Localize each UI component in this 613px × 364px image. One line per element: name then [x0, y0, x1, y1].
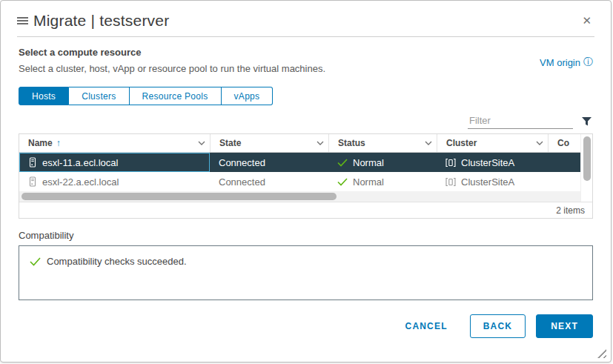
- dialog-title: Migrate | testserver: [33, 12, 169, 30]
- chevron-down-icon[interactable]: [425, 141, 432, 145]
- cluster-cell: ClusterSiteA: [437, 153, 548, 172]
- migrate-dialog: Migrate | testserver ✕ Select a compute …: [0, 0, 612, 363]
- column-header-state[interactable]: State: [210, 134, 328, 152]
- sort-ascending-icon: ↑: [56, 138, 61, 148]
- step-description: Select a cluster, host, vApp or resource…: [19, 63, 593, 74]
- tab-hosts[interactable]: Hosts: [19, 87, 69, 105]
- column-header-status[interactable]: Status: [328, 134, 437, 152]
- consumed-cell: [548, 153, 580, 172]
- horizontal-scrollbar[interactable]: [19, 191, 580, 202]
- column-header-cluster[interactable]: Cluster: [437, 134, 548, 152]
- table-row[interactable]: esxl-11.a.ecl.local Connected Normal: [19, 153, 580, 172]
- host-icon: [28, 157, 37, 168]
- cluster-cell: ClusterSiteA: [437, 172, 548, 191]
- compatibility-box: Compatibility checks succeeded.: [19, 245, 593, 300]
- dialog-header: Migrate | testserver ✕: [17, 1, 594, 37]
- chevron-down-icon[interactable]: [536, 141, 543, 145]
- table-footer: 2 items: [19, 202, 592, 218]
- filter-funnel-icon[interactable]: [582, 117, 592, 126]
- vm-origin-label: VM origin: [540, 57, 580, 68]
- dialog-body: Select a compute resource Select a clust…: [1, 47, 611, 338]
- vm-origin-link[interactable]: VM origin ⓘ: [540, 56, 593, 69]
- host-name: esxl-22.a.ecl.local: [42, 176, 119, 188]
- filter-row: [19, 113, 593, 129]
- state-cell: Connected: [210, 172, 328, 191]
- close-icon[interactable]: ✕: [579, 13, 594, 29]
- status-cell: Normal: [328, 153, 437, 172]
- vertical-scrollbar-thumb[interactable]: [583, 136, 591, 181]
- check-icon: [337, 159, 348, 167]
- status-cell: Normal: [328, 172, 437, 191]
- check-icon: [30, 257, 41, 266]
- host-icon: [28, 176, 37, 187]
- tab-resource-pools[interactable]: Resource Pools: [130, 87, 222, 105]
- tab-clusters[interactable]: Clusters: [69, 87, 129, 105]
- cluster-icon: [445, 158, 456, 168]
- resize-handle-icon[interactable]: [597, 349, 606, 358]
- hosts-table: Name ↑ State Status C: [19, 133, 593, 219]
- horizontal-scrollbar-thumb[interactable]: [21, 193, 337, 200]
- check-icon: [337, 178, 348, 186]
- filter-input[interactable]: [468, 113, 573, 129]
- cancel-button[interactable]: CANCEL: [397, 314, 457, 338]
- cluster-icon: [445, 177, 456, 187]
- back-button[interactable]: BACK: [470, 314, 526, 338]
- step-title: Select a compute resource: [19, 47, 593, 58]
- compatibility-label: Compatibility: [19, 230, 593, 241]
- table-row[interactable]: esxl-22.a.ecl.local Connected Normal: [19, 172, 580, 191]
- intro-section: Select a compute resource Select a clust…: [19, 47, 593, 74]
- compatibility-section: Compatibility Compatibility checks succe…: [19, 230, 593, 300]
- table-header-row: Name ↑ State Status C: [19, 134, 580, 153]
- chevron-down-icon[interactable]: [198, 141, 205, 145]
- host-name-cell[interactable]: esxl-11.a.ecl.local: [19, 153, 210, 172]
- state-cell: Connected: [210, 153, 328, 172]
- resource-type-tabs: Hosts Clusters Resource Pools vApps: [19, 87, 273, 105]
- compatibility-message: Compatibility checks succeeded.: [47, 256, 187, 267]
- menu-icon[interactable]: [17, 16, 28, 27]
- next-button[interactable]: NEXT: [536, 314, 593, 338]
- dialog-actions: CANCEL BACK NEXT: [19, 314, 593, 338]
- consumed-cell: [548, 172, 580, 191]
- column-header-consumed[interactable]: Co: [548, 134, 580, 152]
- chevron-down-icon[interactable]: [317, 141, 324, 145]
- column-header-name[interactable]: Name ↑: [19, 134, 210, 152]
- item-count: 2 items: [556, 205, 585, 216]
- tab-vapps[interactable]: vApps: [222, 87, 274, 105]
- host-name-cell[interactable]: esxl-22.a.ecl.local: [19, 172, 210, 191]
- host-name: esxl-11.a.ecl.local: [42, 157, 118, 168]
- vertical-scrollbar[interactable]: [580, 134, 592, 202]
- info-icon: ⓘ: [583, 56, 593, 69]
